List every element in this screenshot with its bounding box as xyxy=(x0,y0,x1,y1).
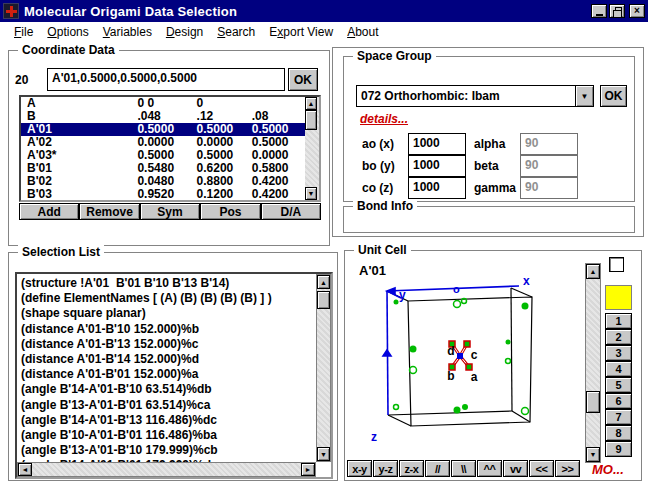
menu-item-about[interactable]: About xyxy=(340,25,385,39)
hollow-atom-icon[interactable] xyxy=(410,367,417,374)
scroll-up-icon[interactable]: ▲ xyxy=(317,275,330,289)
chevron-down-icon[interactable]: ▼ xyxy=(575,86,593,106)
menu-item-options[interactable]: Options xyxy=(40,25,95,39)
scrollbar-track[interactable] xyxy=(305,110,319,187)
selection-list-box[interactable]: (structure !A'01 B'01 B'10 B'13 B'14)(de… xyxy=(15,272,333,479)
center-atom[interactable] xyxy=(457,353,463,359)
rotate-fwd-button[interactable]: // xyxy=(425,460,450,477)
layer-button-4[interactable]: 4 xyxy=(605,361,632,377)
hollow-atom-icon[interactable] xyxy=(522,408,529,415)
space-group-dropdown[interactable]: 072 Orthorhombic: Ibam ▼ xyxy=(356,85,594,107)
hollow-atom-icon[interactable] xyxy=(394,405,399,410)
coordinate-data-group: Coordinate Data 20 A'01,0.5000,0.5000,0.… xyxy=(8,50,330,246)
scroll-right-icon[interactable]: ► xyxy=(301,463,315,476)
scrollbar-track[interactable] xyxy=(317,289,330,447)
scrollbar-thumb[interactable] xyxy=(586,391,600,413)
scroll-up-icon[interactable]: ▲ xyxy=(586,264,600,279)
cell-length-input[interactable]: 1000 xyxy=(408,133,466,155)
scrollbar-track[interactable] xyxy=(32,463,301,476)
unit-cell-scrollbar[interactable]: ▲ ▼ xyxy=(585,263,601,463)
hollow-atom-icon[interactable] xyxy=(454,301,461,308)
filled-atom-icon[interactable] xyxy=(410,346,417,353)
list-item[interactable]: (define ElementNames [ (A) (B) (B) (B) (… xyxy=(21,291,316,306)
cell-length-input[interactable]: 1000 xyxy=(408,177,466,199)
view-yz-button[interactable]: y-z xyxy=(373,460,398,477)
layer-button-5[interactable]: 5 xyxy=(605,377,632,393)
menu-bar: FileOptionsVariablesDesignSearchExport V… xyxy=(0,22,648,42)
scrollbar-thumb[interactable] xyxy=(317,291,330,309)
scrollbar-track[interactable] xyxy=(586,279,600,447)
scroll-left-icon[interactable]: ◄ xyxy=(18,463,32,476)
list-item[interactable]: (angle B'10-A'01-B'01 116.486)%ba xyxy=(21,428,316,443)
layer-button-6[interactable]: 6 xyxy=(605,393,632,409)
filled-atom-icon[interactable] xyxy=(506,340,511,345)
scroll-up-icon[interactable]: ▲ xyxy=(305,97,317,110)
bond-label: a xyxy=(471,370,478,384)
list-item[interactable]: (angle B'13-A'01-B'10 179.999)%cb xyxy=(21,443,316,458)
scrollbar-thumb[interactable] xyxy=(305,110,317,130)
filled-atom-icon[interactable] xyxy=(462,404,468,410)
list-item[interactable]: (shape square planar) xyxy=(21,306,316,321)
coordinate-ok-button[interactable]: OK xyxy=(288,68,318,91)
space-group-ok-button[interactable]: OK xyxy=(600,85,627,107)
scroll-down-icon[interactable]: ▼ xyxy=(586,447,600,462)
layer-button-1[interactable]: 1 xyxy=(605,313,632,329)
selection-vertical-scrollbar[interactable]: ▲ ▼ xyxy=(316,274,331,462)
layer-button-2[interactable]: 2 xyxy=(605,329,632,345)
mo-link[interactable]: MO... xyxy=(592,462,624,477)
rotate-right-button[interactable]: >> xyxy=(555,460,580,477)
list-item[interactable]: (distance A'01-B'01 152.000)%a xyxy=(21,367,316,382)
filled-atom-icon[interactable] xyxy=(522,303,529,310)
remove-button[interactable]: Remove xyxy=(79,203,139,220)
rotate-down-button[interactable]: vv xyxy=(503,460,528,477)
view-xy-button[interactable]: x-y xyxy=(347,460,372,477)
menu-item-variables[interactable]: Variables xyxy=(96,25,159,39)
coordinate-list-scrollbar[interactable]: ▲ ▼ xyxy=(305,97,319,200)
scroll-down-icon[interactable]: ▼ xyxy=(305,187,317,200)
menu-item-design[interactable]: Design xyxy=(159,25,210,39)
coordinate-data-title: Coordinate Data xyxy=(18,43,119,57)
scroll-down-icon[interactable]: ▼ xyxy=(317,447,330,461)
axis-z-label: z xyxy=(371,430,377,444)
menu-item-search[interactable]: Search xyxy=(210,25,262,39)
cell-length-input[interactable]: 1000 xyxy=(408,155,466,177)
list-item[interactable]: (distance A'01-B'13 152.000)%c xyxy=(21,337,316,352)
menu-item-file[interactable]: File xyxy=(7,25,40,39)
view-zx-button[interactable]: z-x xyxy=(399,460,424,477)
sym-button[interactable]: Sym xyxy=(140,203,200,220)
menu-item-export-view[interactable]: Export View xyxy=(262,25,340,39)
list-item[interactable]: (distance A'01-B'10 152.000)%b xyxy=(21,322,316,337)
unit-cell-checkbox[interactable] xyxy=(609,257,624,272)
add-button[interactable]: Add xyxy=(19,203,79,220)
layer-button-3[interactable]: 3 xyxy=(605,345,632,361)
list-item[interactable]: (structure !A'01 B'01 B'10 B'13 B'14) xyxy=(21,276,316,291)
rotate-back-button[interactable]: \\ xyxy=(451,460,476,477)
list-item[interactable]: (distance A'01-B'14 152.000)%d xyxy=(21,352,316,367)
unit-cell-group: Unit Cell x y z o xyxy=(344,250,642,481)
hollow-atom-icon[interactable] xyxy=(506,359,511,364)
coordinate-input[interactable]: A'01,0.5000,0.5000,0.5000 xyxy=(47,68,285,91)
ligand-site[interactable] xyxy=(464,341,470,347)
list-item[interactable]: (angle B'13-A'01-B'01 63.514)%ca xyxy=(21,398,316,413)
list-item[interactable]: (angle B'14-A'01-B'13 116.486)%dc xyxy=(21,413,316,428)
pos-button[interactable]: Pos xyxy=(200,203,260,220)
filled-atom-icon[interactable] xyxy=(454,407,461,414)
selection-horizontal-scrollbar[interactable]: ◄ ► xyxy=(17,462,316,477)
table-row[interactable]: B'030.95200.12000.4200 xyxy=(21,188,305,200)
layer-button-9[interactable]: 9 xyxy=(605,441,632,457)
hollow-atom-icon[interactable] xyxy=(462,299,467,304)
minimize-button[interactable] xyxy=(591,4,607,18)
list-item[interactable]: (angle B'14-A'01-B'10 63.514)%db xyxy=(21,382,316,397)
cell-length-label: bo (y) xyxy=(362,159,395,173)
details-link[interactable]: details... xyxy=(360,112,408,126)
filled-atom-icon[interactable] xyxy=(394,300,399,305)
close-button[interactable]: × xyxy=(629,4,645,18)
layer-button-8[interactable]: 8 xyxy=(605,425,632,441)
rotate-left-button[interactable]: << xyxy=(529,460,554,477)
restore-button[interactable] xyxy=(609,4,625,18)
layer-button-7[interactable]: 7 xyxy=(605,409,632,425)
da-button[interactable]: D/A xyxy=(261,203,321,220)
unit-cell-drawing[interactable]: x y z o dcba xyxy=(351,261,581,463)
color-swatch[interactable] xyxy=(605,285,632,310)
rotate-up-button[interactable]: ^^ xyxy=(477,460,502,477)
